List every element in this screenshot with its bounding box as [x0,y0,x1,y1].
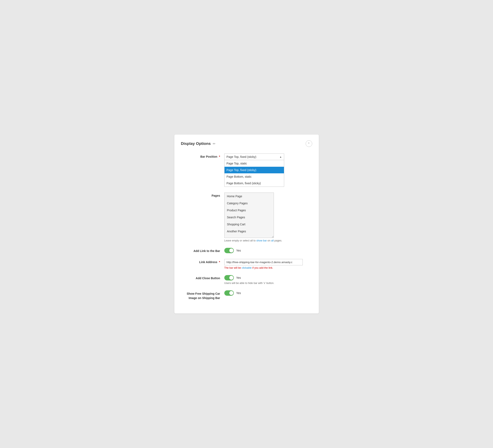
link-address-label: Link Address * [181,259,224,264]
dropdown-option-2[interactable]: Page Top, fixed (sticky) [224,167,284,173]
bar-position-control: Page Top, fixed (sticky) ▲ Page Top, sta… [224,154,312,187]
bar-position-label: Bar Position * [181,154,224,159]
card-title: Display Options [181,141,211,146]
shipping-toggle-thumb [229,291,233,295]
dropdown-option-1[interactable]: Page Top, static [224,160,284,167]
link-address-row: Link Address * The bar will be clickable… [181,259,312,269]
show-shipping-image-row: Show Free Shipping Car Image on Shipping… [181,290,312,300]
pages-option-home[interactable]: Home Page [224,193,274,200]
add-close-toggle-row: Yes [224,275,312,280]
pages-row: Pages Home Page Category Pages Product P… [181,192,312,242]
bar-position-dropdown[interactable]: Page Top, fixed (sticky) ▲ Page Top, sta… [224,154,284,187]
add-link-control: Yes [224,248,312,253]
add-close-value: Yes [236,276,241,280]
add-close-toggle[interactable] [224,275,234,280]
show-shipping-toggle-row: Yes [224,290,312,296]
show-shipping-image-control: Yes [224,290,312,296]
pages-option-category[interactable]: Category Pages [224,200,274,207]
bar-position-row: Bar Position * Page Top, fixed (sticky) … [181,154,312,187]
show-link[interactable]: show bar [256,239,267,242]
show-shipping-image-label: Show Free Shipping Car Image on Shipping… [181,290,224,300]
edit-icon[interactable]: ✏ [213,142,215,146]
toggle-thumb [229,248,233,253]
dropdown-arrow-icon: ▲ [280,156,282,158]
pages-label: Pages [181,192,224,198]
card-title-row: Display Options ✏ [181,141,216,146]
add-link-label: Add Link to the Bar [181,248,224,253]
pages-hint: Leave empty or select all to show bar on… [224,239,312,242]
clickable-hint-link: clickable [242,266,252,269]
pages-option-product[interactable]: Product Pages [224,207,274,214]
show-shipping-toggle[interactable] [224,290,234,296]
pages-option-search[interactable]: Search Pages [224,214,274,221]
dropdown-option-4[interactable]: Page Bottom, fixed (sticky) [224,180,284,187]
card-header: Display Options ✏ ⌃ [181,140,312,147]
pages-control: Home Page Category Pages Product Pages S… [224,192,312,242]
pages-option-cart[interactable]: Shopping Cart [224,221,274,228]
add-close-button-row: Add Close Button Yes Users will be able … [181,275,312,285]
pages-multiselect[interactable]: Home Page Category Pages Product Pages S… [224,192,274,238]
dropdown-selected[interactable]: Page Top, fixed (sticky) ▲ [224,154,284,160]
link-address-control: The bar will be clickable if you add the… [224,259,312,269]
close-toggle-thumb [229,276,233,280]
add-close-button-control: Yes Users will be able to hide bar with … [224,275,312,285]
show-shipping-value: Yes [236,291,241,295]
collapse-button[interactable]: ⌃ [306,140,312,147]
dropdown-option-3[interactable]: Page Bottom, static [224,173,284,180]
dropdown-list: Page Top, static Page Top, fixed (sticky… [224,160,284,187]
add-link-row: Add Link to the Bar Yes [181,248,312,253]
add-link-toggle[interactable] [224,248,234,253]
display-options-card: Display Options ✏ ⌃ Bar Position * Page … [174,134,319,314]
add-link-toggle-row: Yes [224,248,312,253]
link-address-hint: The bar will be clickable if you add the… [224,266,312,269]
add-link-value: Yes [236,249,241,252]
all-link[interactable]: all [271,239,274,242]
link-required-star: * [219,260,220,264]
add-close-hint: Users will be able to hide bar with 'x' … [224,282,312,285]
add-close-button-label: Add Close Button [181,275,224,280]
link-address-input[interactable] [224,259,303,265]
required-star: * [219,155,220,158]
pages-option-another[interactable]: Another Pages [224,228,274,235]
